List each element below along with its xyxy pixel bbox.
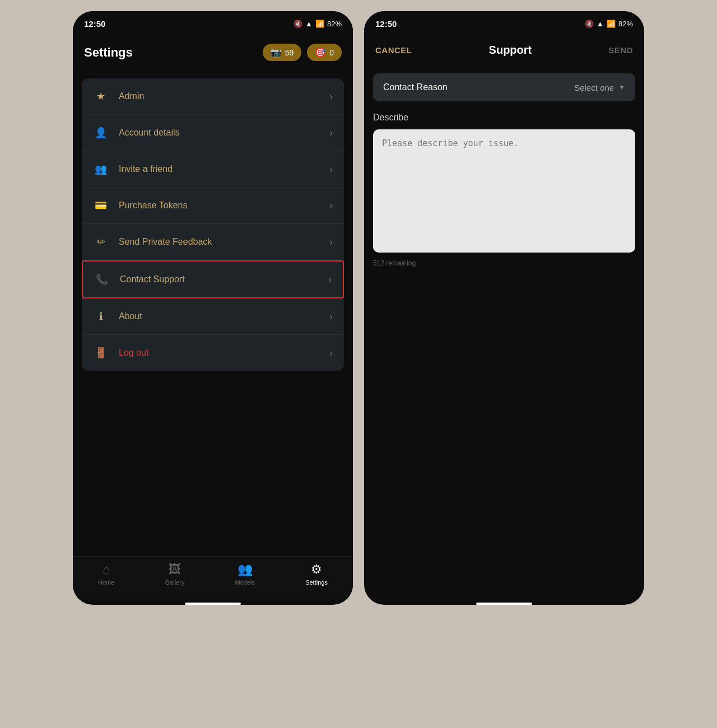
account-icon: 👤: [93, 125, 109, 141]
support-label: Contact Support: [120, 274, 328, 284]
contact-reason-row[interactable]: Contact Reason Select one ▼: [373, 73, 635, 101]
menu-item-admin[interactable]: ★ Admin ›: [82, 78, 344, 115]
nav-item-settings[interactable]: ⚙ Settings: [305, 562, 328, 586]
contact-reason-label: Contact Reason: [383, 82, 448, 92]
support-page-title: Support: [489, 44, 532, 57]
menu-item-about[interactable]: ℹ About ›: [82, 298, 344, 335]
time-left: 12:50: [84, 19, 105, 29]
invite-label: Invite a friend: [119, 164, 329, 174]
camera-icon: 📷: [271, 47, 282, 58]
about-chevron-icon: ›: [329, 311, 333, 323]
admin-chevron-icon: ›: [329, 91, 333, 102]
admin-label: Admin: [119, 91, 329, 101]
describe-label: Describe: [373, 113, 635, 123]
gallery-icon: 🖼: [169, 562, 181, 577]
tokens-label: Purchase Tokens: [119, 200, 329, 211]
target-count: 0: [329, 48, 334, 57]
signal-icon-right: 📶: [607, 20, 616, 28]
admin-icon: ★: [93, 88, 109, 104]
bottom-nav: ⌂ Home 🖼 Gallery 👥 Models ⚙ Settings: [73, 556, 353, 599]
models-nav-label: Models: [235, 579, 255, 586]
status-bar-right: 12:50 🔇 ▲ 📶 82%: [364, 11, 644, 36]
time-right: 12:50: [375, 19, 397, 29]
mute-icon-right: 🔇: [585, 20, 594, 28]
nav-item-home[interactable]: ⌂ Home: [98, 562, 114, 586]
tokens-icon: 💳: [93, 198, 109, 213]
settings-header: Settings 📷 59 🎯 0: [73, 36, 353, 69]
status-icons-right: 🔇 ▲ 📶 82%: [585, 20, 633, 28]
about-label: About: [119, 311, 329, 321]
settings-menu: ★ Admin › 👤 Account details › 👥 Invite a…: [82, 78, 344, 371]
remaining-text: 512 remaining: [373, 259, 635, 267]
nav-item-models[interactable]: 👥 Models: [235, 562, 255, 586]
settings-title: Settings: [84, 45, 133, 60]
feedback-label: Send Private Feedback: [119, 237, 329, 247]
support-header: CANCEL Support SEND: [364, 36, 644, 64]
status-bar-left: 12:50 🔇 ▲ 📶 82%: [73, 11, 353, 36]
account-chevron-icon: ›: [329, 127, 333, 139]
camera-count: 59: [285, 48, 294, 57]
feedback-icon: ✏: [93, 234, 109, 250]
signal-icon: 📶: [315, 20, 324, 28]
dropdown-arrow-icon: ▼: [618, 83, 625, 91]
settings-icon: ⚙: [311, 562, 322, 577]
battery-left: 82%: [327, 20, 342, 28]
invite-chevron-icon: ›: [329, 164, 333, 175]
menu-item-invite[interactable]: 👥 Invite a friend ›: [82, 151, 344, 188]
logout-icon: 🚪: [93, 345, 109, 361]
support-content: Contact Reason Select one ▼ Describe 512…: [364, 64, 644, 341]
feedback-chevron-icon: ›: [329, 236, 333, 248]
wifi-icon-right: ▲: [597, 20, 604, 28]
camera-badge[interactable]: 📷 59: [263, 44, 302, 61]
menu-item-account[interactable]: 👤 Account details ›: [82, 115, 344, 151]
support-icon: 📞: [94, 272, 110, 287]
header-badges: 📷 59 🎯 0: [263, 44, 342, 61]
logout-chevron-icon: ›: [329, 347, 333, 359]
support-chevron-icon: ›: [328, 274, 332, 286]
logout-label: Log out: [119, 348, 329, 358]
nav-item-gallery[interactable]: 🖼 Gallery: [165, 562, 185, 586]
contact-reason-select[interactable]: Select one ▼: [574, 83, 625, 92]
account-label: Account details: [119, 128, 329, 138]
describe-textarea[interactable]: [373, 129, 635, 253]
wifi-icon: ▲: [305, 20, 313, 28]
tokens-chevron-icon: ›: [329, 200, 333, 212]
target-icon: 🎯: [315, 47, 326, 58]
right-phone: 12:50 🔇 ▲ 📶 82% CANCEL Support SEND Cont…: [364, 11, 644, 605]
send-button[interactable]: SEND: [608, 45, 633, 55]
cancel-button[interactable]: CANCEL: [375, 45, 412, 55]
home-icon: ⌂: [103, 562, 110, 577]
about-icon: ℹ: [93, 309, 109, 324]
status-icons-left: 🔇 ▲ 📶 82%: [294, 20, 342, 28]
contact-reason-placeholder: Select one: [574, 83, 614, 92]
menu-item-tokens[interactable]: 💳 Purchase Tokens ›: [82, 188, 344, 224]
battery-right: 82%: [618, 20, 633, 28]
mute-icon: 🔇: [294, 20, 302, 28]
gallery-nav-label: Gallery: [165, 579, 185, 586]
models-icon: 👥: [238, 562, 253, 577]
menu-item-logout[interactable]: 🚪 Log out ›: [82, 335, 344, 371]
home-nav-label: Home: [98, 579, 114, 586]
menu-item-support[interactable]: 📞 Contact Support ›: [82, 260, 344, 298]
target-badge[interactable]: 🎯 0: [307, 44, 342, 61]
settings-nav-label: Settings: [305, 579, 328, 586]
home-indicator-right: [476, 603, 532, 605]
left-phone: 12:50 🔇 ▲ 📶 82% Settings 📷 59 🎯 0 ★ Admi…: [73, 11, 353, 605]
menu-item-feedback[interactable]: ✏ Send Private Feedback ›: [82, 224, 344, 260]
home-indicator-left: [185, 603, 241, 605]
invite-icon: 👥: [93, 161, 109, 177]
